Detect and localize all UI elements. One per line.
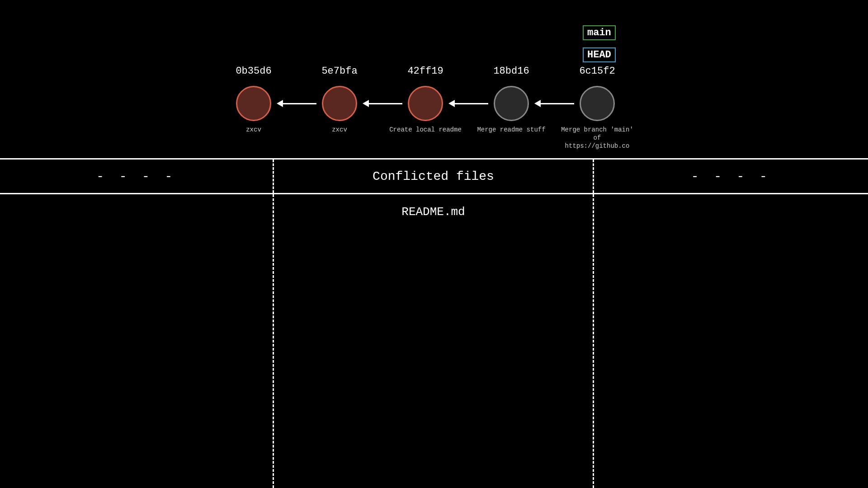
commit-node[interactable]: 5e7bfazxcv — [322, 86, 357, 121]
panel-header-left: - - - - — [0, 160, 274, 193]
conflicted-files-list: README.md — [274, 194, 594, 488]
commit-message: zxcv — [246, 126, 261, 134]
commit-circle-icon — [236, 86, 271, 121]
commit-node[interactable]: 6c15f2Merge branch 'main'of https://gith… — [580, 86, 615, 121]
commit-message: zxcv — [332, 126, 347, 134]
commit-hash: 18bd16 — [493, 66, 529, 77]
parent-arrow-icon — [448, 100, 488, 107]
commit-message: Create local readme — [389, 126, 462, 134]
conflict-panel-body: README.md — [0, 194, 868, 488]
commit-hash: 6c15f2 — [579, 66, 615, 77]
parent-arrow-icon — [363, 100, 402, 107]
commit-node[interactable]: 18bd16Merge readme stuff — [494, 86, 529, 121]
commit-hash: 5e7bfa — [321, 66, 357, 77]
branch-label-main[interactable]: main — [583, 25, 616, 40]
conflict-panel: - - - - Conflicted files - - - - README.… — [0, 158, 868, 488]
panel-body-right — [594, 194, 868, 488]
commit-graph: main HEAD 0b35d6zxcv5e7bfazxcv42ff19Crea… — [0, 0, 868, 158]
conflicted-file-item[interactable]: README.md — [274, 205, 593, 219]
parent-arrow-icon — [277, 100, 316, 107]
panel-body-left — [0, 194, 274, 488]
commit-node[interactable]: 42ff19Create local readme — [408, 86, 443, 121]
conflict-panel-header: - - - - Conflicted files - - - - — [0, 158, 868, 194]
parent-arrow-icon — [534, 100, 574, 107]
commit-circle-icon — [494, 86, 529, 121]
commit-circle-icon — [408, 86, 443, 121]
commit-message: Merge readme stuff — [477, 126, 545, 134]
panel-header-title: Conflicted files — [274, 160, 594, 193]
commit-hash: 0b35d6 — [236, 66, 271, 77]
panel-header-right: - - - - — [594, 160, 868, 193]
head-label[interactable]: HEAD — [583, 47, 616, 62]
commit-circle-icon — [322, 86, 357, 121]
commit-message: Merge branch 'main'of https://github.co — [561, 126, 633, 150]
commit-circle-icon — [580, 86, 615, 121]
commit-hash: 42ff19 — [407, 66, 443, 77]
commit-node[interactable]: 0b35d6zxcv — [236, 86, 271, 121]
